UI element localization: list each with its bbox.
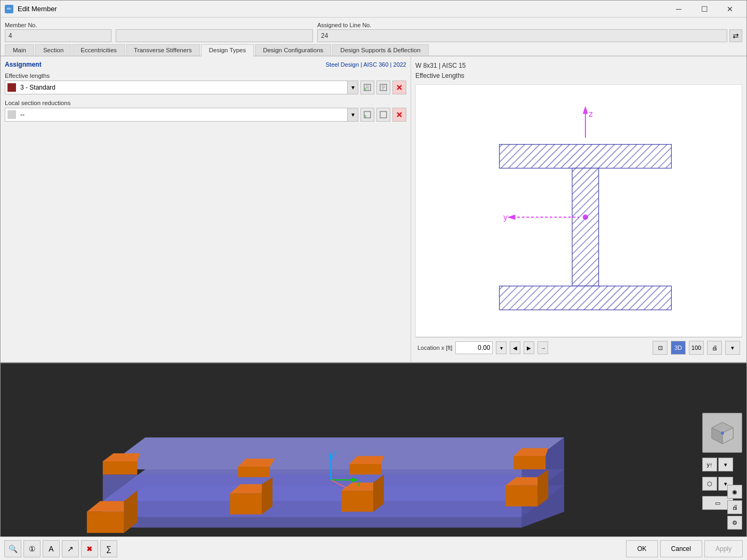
member-no-input[interactable] [5, 29, 111, 42]
svg-rect-28 [500, 145, 672, 169]
right-panel: W 8x31 | AISC 15 Effective Lengths z y [411, 57, 746, 362]
section-name: W 8x31 | AISC 15 [415, 61, 742, 71]
tab-transverse[interactable]: Transverse Stiffeners [126, 44, 200, 55]
assigned-label: Assigned to Line No. [317, 22, 742, 28]
effective-add-button[interactable] [360, 81, 374, 94]
close-button[interactable]: ✕ [718, 2, 742, 17]
top-fields: Member No. Assigned to Line No. ⇄ [1, 18, 746, 44]
svg-marker-48 [341, 491, 373, 512]
tab-section[interactable]: Section [35, 44, 71, 55]
panel-header: Assignment Steel Design | AISC 360 | 202… [5, 61, 406, 68]
toolbar-bottom: 🔍 ① A ↗ ✖ ∑ OK Cancel Apply [1, 537, 746, 559]
section-diagram: z y [415, 84, 742, 337]
effective-lengths-row: Effective lengths 3 - Standard ▾ [5, 73, 406, 94]
assigned-input[interactable] [317, 29, 727, 42]
svg-rect-30 [572, 169, 599, 286]
render-btn[interactable]: ◉ [727, 485, 742, 499]
local-add-button[interactable] [360, 108, 374, 122]
print-3d-btn[interactable]: 🖨 [727, 500, 742, 514]
effective-lengths-dropdown[interactable]: 3 - Standard ▾ [5, 81, 358, 94]
tab-design-supports[interactable]: Design Supports & Deflection [332, 44, 428, 55]
member-no-label: Member No. [5, 22, 111, 28]
member-name-input[interactable] [116, 29, 313, 42]
beam-diagram: z y [416, 85, 742, 337]
effective-lengths-arrow[interactable]: ▾ [347, 81, 358, 94]
viewport-3d: z' y' 15.00 ft [1, 363, 746, 559]
cancel-button[interactable]: Cancel [660, 540, 702, 557]
view-3d-btn[interactable]: 3D [671, 341, 686, 355]
main-window: ✏ Edit Member ─ ☐ ✕ Member No. Assigned … [0, 0, 747, 560]
view-group-1: y↑ ▾ [702, 458, 742, 471]
settings-3d-btn[interactable]: ⚙ [727, 516, 742, 530]
tool-arrow-btn[interactable]: ↗ [62, 540, 79, 557]
svg-marker-21 [583, 106, 588, 114]
tab-main[interactable]: Main [5, 44, 34, 55]
window-controls: ─ ☐ ✕ [666, 2, 742, 17]
main-panels: Assignment Steel Design | AISC 360 | 202… [1, 57, 746, 362]
titlebar: ✏ Edit Member ─ ☐ ✕ [1, 1, 746, 18]
location-bar: Location x [ft] ▾ ◀ ▶ → ⊡ 3D 100 🖨 ▾ [415, 337, 742, 358]
location-chevron-btn[interactable]: ▾ [496, 341, 507, 354]
effective-delete-button[interactable] [392, 81, 406, 94]
svg-text:y: y [503, 213, 508, 222]
local-section-value: -- [18, 111, 347, 118]
tool-delete-btn[interactable]: ✖ [81, 540, 98, 557]
local-delete-button[interactable] [392, 108, 406, 122]
effective-lengths-label: Effective lengths [5, 73, 406, 79]
local-section-color [7, 110, 16, 119]
tool-numbering-btn[interactable]: ① [23, 540, 41, 557]
fit-view-btn[interactable]: ⊡ [653, 341, 668, 355]
local-edit-button[interactable] [376, 108, 390, 122]
tool-formula-btn[interactable]: ∑ [100, 540, 117, 557]
print-btn[interactable]: 🖨 [707, 341, 722, 355]
svg-marker-38 [87, 511, 124, 533]
tab-bar: Main Section Eccentricities Transverse S… [1, 44, 746, 57]
local-section-arrow[interactable]: ▾ [347, 108, 358, 121]
view-iso-btn[interactable]: ⬡ [702, 477, 717, 491]
apply-button[interactable]: Apply [704, 540, 743, 557]
tool-search-btn[interactable]: 🔍 [4, 540, 21, 557]
svg-marker-56 [514, 456, 546, 469]
section-type: Effective Lengths [415, 71, 742, 81]
view-y-btn[interactable]: y↑ [702, 458, 717, 471]
svg-marker-43 [230, 493, 262, 515]
assigned-nav-button[interactable]: ⇄ [729, 29, 742, 42]
svg-marker-46 [238, 467, 270, 477]
content-area: Member No. Assigned to Line No. ⇄ Main S… [1, 18, 746, 559]
location-prev-btn[interactable]: ◀ [510, 341, 520, 354]
location-go-btn[interactable]: → [537, 341, 548, 354]
svg-text:z: z [589, 109, 593, 118]
ok-button[interactable]: OK [626, 540, 657, 557]
left-panel: Assignment Steel Design | AISC 360 | 202… [1, 57, 411, 362]
beam-3d-canvas: z' y' 15.00 ft [1, 363, 746, 559]
local-section-label: Local section reductions [5, 100, 406, 106]
maximize-button[interactable]: ☐ [692, 2, 717, 17]
tool-text-btn[interactable]: A [43, 540, 60, 557]
location-input[interactable] [455, 341, 493, 354]
assignment-label: Assignment [5, 61, 42, 68]
effective-edit-button[interactable] [376, 81, 390, 94]
view-more-3d-btn[interactable]: ▾ [718, 458, 733, 471]
member-name-group [116, 22, 313, 42]
app-icon: ✏ [5, 5, 13, 13]
svg-rect-17 [380, 111, 387, 118]
svg-marker-24 [507, 215, 515, 220]
window-title: Edit Member [18, 5, 662, 13]
tab-eccentricities[interactable]: Eccentricities [73, 44, 125, 55]
view-more-btn[interactable]: ▾ [725, 341, 740, 355]
effective-lengths-color [7, 83, 16, 92]
svg-marker-41 [103, 461, 138, 475]
view-100-btn[interactable]: 100 [689, 341, 704, 355]
tab-design-config[interactable]: Design Configurations [255, 44, 331, 55]
svg-marker-53 [506, 485, 538, 507]
local-section-dropdown[interactable]: -- ▾ [5, 108, 358, 122]
tab-design-types[interactable]: Design Types [201, 44, 254, 57]
location-next-btn[interactable]: ▶ [524, 341, 534, 354]
minimize-button[interactable]: ─ [666, 2, 691, 17]
member-name-label [116, 22, 313, 28]
svg-rect-29 [500, 286, 672, 310]
view-cube-icon[interactable] [706, 417, 738, 449]
local-section-row: Local section reductions -- ▾ [5, 100, 406, 122]
viewport-3d-section: z' y' 15.00 ft [1, 362, 746, 559]
svg-point-73 [721, 431, 724, 435]
